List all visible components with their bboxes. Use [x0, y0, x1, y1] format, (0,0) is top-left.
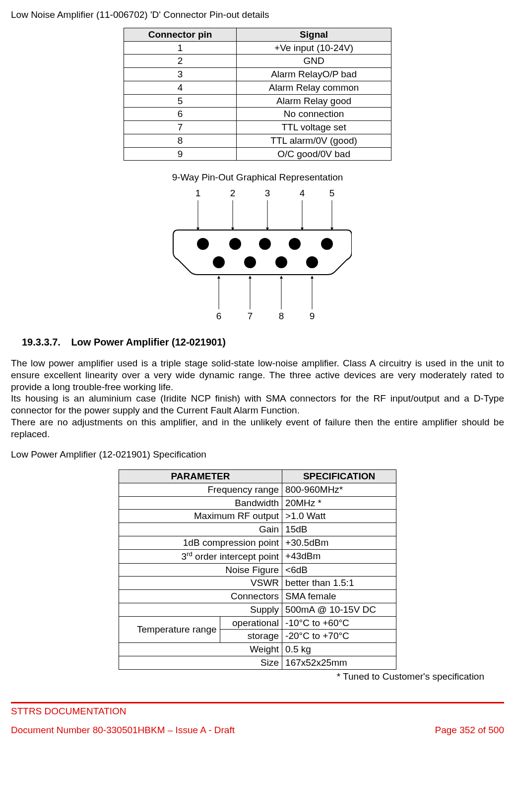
table-row: 6No connection	[124, 108, 391, 121]
section-number: 19.3.3.7.	[22, 337, 61, 348]
table-row: Size167x52x25mm	[119, 656, 396, 669]
bottom-pin-labels: 6 7 8 9	[216, 311, 315, 321]
table-row: 2GND	[124, 55, 391, 68]
spec-param: Gain	[119, 523, 282, 536]
pin-number: 4	[124, 81, 237, 94]
spec-value: better than 1.5:1	[282, 577, 396, 590]
pin-signal: GND	[237, 55, 391, 68]
pin-number: 6	[124, 108, 237, 121]
table-row: Noise Figure<6dB	[119, 563, 396, 577]
footer-org: STTRS DOCUMENTATION	[11, 705, 504, 717]
table-row: Bandwidth20MHz *	[119, 496, 396, 510]
svg-text:6: 6	[216, 311, 222, 321]
spec-value: -20°C to +70°C	[282, 630, 396, 643]
col-header-spec: SPECIFICATION	[282, 470, 396, 483]
table-row: Temperature rangeoperational-10°C to +60…	[119, 616, 396, 630]
svg-point-13	[289, 238, 301, 250]
section-heading: 19.3.3.7. Low Power Amplifier (12-021901…	[22, 336, 504, 348]
diagram-caption: 9-Way Pin-Out Graphical Representation	[11, 172, 504, 183]
svg-text:8: 8	[279, 311, 284, 321]
table-row: 9O/C good/0V bad	[124, 147, 391, 161]
spec-value: 0.5 kg	[282, 643, 396, 656]
pin-number: 7	[124, 121, 237, 134]
svg-point-16	[244, 256, 256, 268]
col-header-parameter: PARAMETER	[119, 470, 282, 483]
spec-value: +30.5dBm	[282, 536, 396, 549]
svg-point-11	[229, 238, 241, 250]
spec-value: >1.0 Watt	[282, 510, 396, 523]
top-pin-labels: 1 2 3 4 5	[195, 188, 335, 198]
pin-signal: +Ve input (10-24V)	[237, 41, 391, 55]
pin-number: 5	[124, 94, 237, 108]
pin-signal: Alarm Relay common	[237, 81, 391, 94]
table-row: Maximum RF output>1.0 Watt	[119, 510, 396, 523]
spec-param: Size	[119, 656, 282, 669]
spec-value: 15dB	[282, 523, 396, 536]
pinout-table: Connector pin Signal 1+Ve input (10-24V)…	[124, 28, 391, 161]
footer-row: Document Number 80-330501HBKM – Issue A …	[11, 724, 504, 736]
svg-point-14	[321, 238, 333, 250]
pin-number: 3	[124, 68, 237, 81]
body-paragraph: Its housing is an aluminium case (Iridit…	[11, 393, 504, 416]
pin-signal: Alarm RelayO/P bad	[237, 68, 391, 81]
svg-text:4: 4	[300, 188, 305, 198]
svg-text:2: 2	[230, 188, 236, 198]
svg-point-15	[213, 256, 225, 268]
col-header-signal: Signal	[237, 28, 391, 41]
spec-param-group: Temperature range	[119, 616, 220, 643]
spec-value: +43dBm	[282, 549, 396, 563]
spec-value: 167x52x25mm	[282, 656, 396, 669]
svg-text:9: 9	[310, 311, 315, 321]
spec-param: Supply	[119, 603, 282, 616]
spec-value: SMA female	[282, 590, 396, 603]
col-header-pin: Connector pin	[124, 28, 237, 41]
spec-value: <6dB	[282, 563, 396, 577]
spec-param-sub: storage	[220, 630, 282, 643]
body-paragraph: There are no adjustments on this amplifi…	[11, 416, 504, 440]
spec-value: 20MHz *	[282, 496, 396, 510]
pin-number: 1	[124, 41, 237, 55]
table-row: 3rd order intercept point+43dBm	[119, 549, 396, 563]
spec-param: 1dB compression point	[119, 536, 282, 549]
table-row: PARAMETER SPECIFICATION	[119, 470, 396, 483]
table-row: 1dB compression point+30.5dBm	[119, 536, 396, 549]
table-row: 3Alarm RelayO/P bad	[124, 68, 391, 81]
pin-signal: Alarm Relay good	[237, 94, 391, 108]
table-row: ConnectorsSMA female	[119, 590, 396, 603]
table-row: 7TTL voltage set	[124, 121, 391, 134]
body-paragraph: The low power amplifier used is a triple…	[11, 357, 504, 393]
spec-table-intro: Low Power Amplifier (12-021901) Specific…	[11, 449, 504, 461]
pinout-diagram-block: 9-Way Pin-Out Graphical Representation 1…	[11, 172, 504, 324]
pin-number: 8	[124, 134, 237, 147]
spec-param: Weight	[119, 643, 282, 656]
spec-value: 800-960MHz*	[282, 483, 396, 496]
spec-param: Connectors	[119, 590, 282, 603]
pin-signal: O/C good/0V bad	[237, 147, 391, 161]
spec-param: Maximum RF output	[119, 510, 282, 523]
svg-text:1: 1	[195, 188, 201, 198]
svg-point-10	[197, 238, 209, 250]
table-row: Gain15dB	[119, 523, 396, 536]
footer-page: Page 352 of 500	[435, 724, 504, 736]
pin-signal: TTL voltage set	[237, 121, 391, 134]
spec-table: PARAMETER SPECIFICATION Frequency range8…	[119, 469, 396, 670]
tuned-note: * Tuned to Customer's specification	[11, 671, 484, 683]
svg-text:3: 3	[265, 188, 270, 198]
pin-signal: No connection	[237, 108, 391, 121]
d-connector-diagram: 1 2 3 4 5	[163, 185, 352, 324]
pin-number: 9	[124, 147, 237, 161]
table-row: VSWRbetter than 1.5:1	[119, 577, 396, 590]
spec-value: 500mA @ 10-15V DC	[282, 603, 396, 616]
pin-number: 2	[124, 55, 237, 68]
pin-signal: TTL alarm/0V (good)	[237, 134, 391, 147]
table-row: 5Alarm Relay good	[124, 94, 391, 108]
spec-param: Bandwidth	[119, 496, 282, 510]
svg-point-17	[275, 256, 287, 268]
table-row: Supply500mA @ 10-15V DC	[119, 603, 396, 616]
spec-param: 3rd order intercept point	[119, 549, 282, 563]
svg-text:7: 7	[248, 311, 253, 321]
table-row: 4Alarm Relay common	[124, 81, 391, 94]
table-row: Frequency range800-960MHz*	[119, 483, 396, 496]
table-row: 8TTL alarm/0V (good)	[124, 134, 391, 147]
footer-separator	[11, 702, 504, 703]
